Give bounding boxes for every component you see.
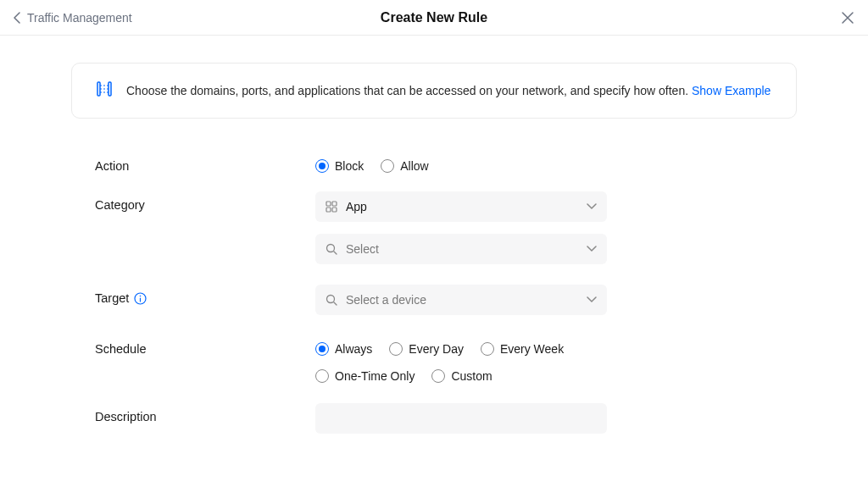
chevron-down-icon bbox=[587, 296, 597, 303]
category-label: Category bbox=[95, 191, 315, 212]
chevron-down-icon bbox=[587, 246, 597, 252]
description-control bbox=[315, 403, 797, 434]
radio-icon bbox=[389, 342, 403, 356]
target-label: Target bbox=[95, 285, 315, 305]
svg-rect-1 bbox=[108, 82, 111, 96]
schedule-radio-always[interactable]: Always bbox=[315, 342, 372, 356]
category-item-row: Select bbox=[95, 234, 797, 264]
radio-label: Block bbox=[335, 159, 364, 173]
action-label: Action bbox=[95, 152, 315, 173]
radio-label: Every Day bbox=[409, 342, 464, 356]
target-select[interactable]: Select a device bbox=[315, 285, 607, 315]
category-control: App bbox=[315, 191, 797, 222]
target-control: Select a device bbox=[315, 285, 797, 315]
schedule-label: Schedule bbox=[95, 335, 315, 356]
description-label: Description bbox=[95, 403, 315, 423]
radio-icon bbox=[315, 369, 329, 383]
schedule-radio-every-day[interactable]: Every Day bbox=[389, 342, 464, 356]
schedule-radio-row-2: One-Time Only Custom bbox=[315, 369, 797, 383]
show-example-link[interactable]: Show Example bbox=[692, 84, 771, 97]
radio-icon bbox=[315, 342, 329, 356]
svg-rect-9 bbox=[140, 297, 141, 302]
target-info-button[interactable] bbox=[134, 292, 147, 305]
svg-rect-4 bbox=[326, 208, 331, 212]
radio-label: Allow bbox=[400, 159, 428, 173]
svg-rect-3 bbox=[332, 202, 337, 206]
select-value: App bbox=[346, 200, 587, 213]
description-row: Description bbox=[95, 403, 797, 434]
radio-icon bbox=[431, 369, 445, 383]
grid-icon bbox=[326, 201, 337, 213]
info-text-wrapper: Choose the domains, ports, and applicati… bbox=[126, 83, 771, 98]
radio-icon bbox=[481, 342, 494, 356]
info-banner: Choose the domains, ports, and applicati… bbox=[71, 63, 797, 119]
search-icon bbox=[326, 243, 337, 255]
svg-rect-5 bbox=[332, 208, 337, 212]
svg-rect-0 bbox=[97, 82, 100, 96]
chevron-down-icon bbox=[587, 203, 597, 210]
schedule-row: Schedule Always Every Day Every Week bbox=[95, 335, 797, 383]
form: Action Block Allow Category Ap bbox=[71, 152, 797, 434]
target-row: Target Select a device bbox=[95, 285, 797, 315]
schedule-radio-custom[interactable]: Custom bbox=[431, 369, 492, 383]
content-area: Choose the domains, ports, and applicati… bbox=[0, 36, 868, 434]
svg-point-8 bbox=[140, 295, 142, 296]
category-item-select[interactable]: Select bbox=[315, 234, 607, 264]
radio-label: Custom bbox=[451, 369, 492, 383]
back-label: Traffic Management bbox=[27, 11, 132, 25]
radio-icon bbox=[315, 159, 329, 173]
radio-label: One-Time Only bbox=[335, 369, 415, 383]
close-button[interactable] bbox=[841, 11, 854, 25]
schedule-radio-row-1: Always Every Day Every Week bbox=[315, 335, 797, 356]
schedule-radio-one-time[interactable]: One-Time Only bbox=[315, 369, 415, 383]
category-type-select[interactable]: App bbox=[315, 191, 607, 222]
action-radio-block[interactable]: Block bbox=[315, 159, 364, 173]
close-icon bbox=[841, 11, 854, 25]
search-icon bbox=[326, 294, 337, 306]
empty-label bbox=[95, 234, 315, 241]
modal-header: Traffic Management Create New Rule bbox=[0, 0, 868, 36]
schedule-control: Always Every Day Every Week One-Time Onl… bbox=[315, 335, 797, 383]
svg-point-6 bbox=[327, 245, 335, 252]
action-radio-group: Block Allow bbox=[315, 152, 797, 173]
back-button[interactable]: Traffic Management bbox=[14, 11, 132, 25]
radio-label: Always bbox=[335, 342, 372, 356]
radio-icon bbox=[381, 159, 394, 173]
target-label-text: Target bbox=[95, 291, 129, 305]
select-placeholder: Select a device bbox=[346, 293, 587, 307]
action-radio-allow[interactable]: Allow bbox=[381, 159, 428, 173]
info-icon bbox=[134, 292, 147, 305]
schedule-radio-every-week[interactable]: Every Week bbox=[481, 342, 564, 356]
radio-label: Every Week bbox=[500, 342, 564, 356]
svg-point-10 bbox=[327, 296, 335, 303]
firewall-icon bbox=[96, 80, 113, 101]
select-placeholder: Select bbox=[346, 242, 587, 256]
svg-rect-2 bbox=[326, 202, 331, 206]
info-text: Choose the domains, ports, and applicati… bbox=[126, 84, 692, 97]
category-item-control: Select bbox=[315, 234, 797, 264]
chevron-left-icon bbox=[14, 12, 20, 24]
description-input[interactable] bbox=[315, 403, 607, 434]
category-row: Category App bbox=[95, 191, 797, 222]
action-row: Action Block Allow bbox=[95, 152, 797, 173]
page-title: Create New Rule bbox=[381, 10, 487, 25]
